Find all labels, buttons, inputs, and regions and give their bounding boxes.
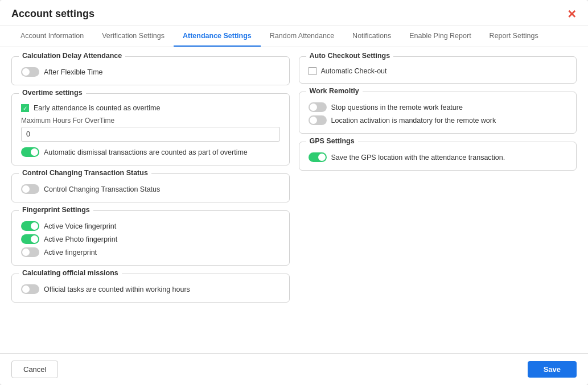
gps-section: GPS Settings Save the GPS location with … [299, 142, 577, 171]
left-column: Calculation Delay Attendance After Flexi… [11, 56, 290, 311]
auto-checkout-label: Automatic Check-out [321, 67, 387, 75]
toggle-knob [318, 154, 326, 161]
auto-dismissal-toggle[interactable] [21, 147, 39, 157]
max-hours-label: Maximum Hours For OverTime [21, 117, 280, 125]
location-activation-label: Location activation is mandatory for the… [331, 117, 496, 125]
tab-account-information[interactable]: Account Information [11, 26, 93, 47]
gps-toggle[interactable] [309, 152, 327, 162]
official-missions-section: Calculating official missions Official t… [11, 274, 290, 303]
toggle-knob [310, 117, 317, 124]
tab-attendance-settings[interactable]: Attendance Settings [174, 26, 261, 47]
official-tasks-label: Official tasks are counted within workin… [44, 285, 190, 293]
work-remotely-title: Work Remoltly [306, 87, 363, 95]
toggle-knob [22, 185, 30, 193]
toggle-knob [31, 235, 38, 243]
official-tasks-toggle[interactable] [21, 284, 39, 294]
toggle-knob [22, 249, 30, 256]
active-fingerprint-row: Active fingerprint [21, 247, 280, 257]
control-changing-toggle[interactable] [21, 184, 39, 194]
max-hours-input[interactable] [21, 127, 280, 142]
toggle-knob [310, 104, 317, 111]
dialog-body: Calculation Delay Attendance After Flexi… [0, 47, 588, 353]
early-attendance-row: Early attendance is counted as overtime [21, 104, 280, 112]
work-remotely-section: Work Remoltly Stop questions in the remo… [299, 92, 577, 134]
after-flexible-toggle[interactable] [21, 67, 39, 77]
fingerprint-section: Fingerprint Settings Active Voice finger… [11, 210, 290, 266]
early-attendance-checkbox[interactable] [21, 104, 29, 112]
early-attendance-label: Early attendance is counted as overtime [34, 104, 160, 112]
photo-fingerprint-row: Active Photo fingerprint [21, 234, 280, 244]
tab-enable-ping-report[interactable]: Enable Ping Report [400, 26, 480, 47]
tabs-bar: Account Information Verification Setting… [0, 26, 588, 47]
control-changing-label: Control Changing Transaction Status [44, 185, 160, 193]
voice-fingerprint-toggle[interactable] [21, 221, 39, 231]
auto-dismissal-row: Automatic dismissal transactions are cou… [21, 147, 280, 157]
after-flexible-row: After Flexible Time [21, 67, 280, 77]
close-button[interactable]: ✕ [567, 9, 577, 26]
control-changing-row: Control Changing Transaction Status [21, 184, 280, 194]
auto-checkout-section: Auto Checkout Settings Automatic Check-o… [299, 56, 577, 84]
main-grid: Calculation Delay Attendance After Flexi… [11, 56, 577, 311]
dialog-title: Account settings [11, 8, 94, 26]
voice-fingerprint-label: Active Voice fingerprint [44, 222, 116, 230]
auto-checkout-row: Automatic Check-out [309, 67, 568, 75]
auto-dismissal-label: Automatic dismissal transactions are cou… [44, 148, 248, 156]
after-flexible-label: After Flexible Time [44, 68, 103, 76]
stop-questions-toggle[interactable] [309, 102, 327, 112]
overtime-section: Overtime settings Early attendance is co… [11, 93, 290, 165]
location-activation-row: Location activation is mandatory for the… [309, 115, 568, 125]
official-missions-title: Calculating official missions [19, 269, 122, 277]
stop-questions-label: Stop questions in the remote work featur… [331, 104, 463, 111]
dialog-footer: Cancel Save [0, 353, 588, 385]
photo-fingerprint-label: Active Photo fingerprint [44, 235, 117, 243]
calculation-delay-section: Calculation Delay Attendance After Flexi… [11, 56, 290, 85]
auto-checkout-title: Auto Checkout Settings [306, 52, 394, 60]
gps-label: Save the GPS location with the attendanc… [331, 154, 505, 162]
control-changing-section: Control Changing Transaction Status Cont… [11, 173, 290, 202]
tab-report-settings[interactable]: Report Settings [480, 26, 548, 47]
official-tasks-row: Official tasks are counted within workin… [21, 284, 280, 294]
auto-checkout-checkbox[interactable] [309, 67, 316, 75]
right-column: Auto Checkout Settings Automatic Check-o… [299, 56, 577, 311]
active-fingerprint-toggle[interactable] [21, 247, 39, 257]
stop-questions-row: Stop questions in the remote work featur… [309, 102, 568, 112]
cancel-button[interactable]: Cancel [11, 361, 58, 378]
gps-toggle-row: Save the GPS location with the attendanc… [309, 152, 568, 162]
calculation-delay-title: Calculation Delay Attendance [19, 52, 125, 60]
overtime-title: Overtime settings [19, 89, 86, 97]
toggle-knob [31, 222, 38, 230]
toggle-knob [22, 285, 30, 293]
gps-title: GPS Settings [306, 137, 358, 145]
location-activation-toggle[interactable] [309, 115, 327, 125]
tab-random-attendance[interactable]: Random Attendance [261, 26, 343, 47]
account-settings-dialog: Account settings ✕ Account Information V… [0, 0, 588, 385]
control-changing-title: Control Changing Transaction Status [19, 169, 151, 177]
voice-fingerprint-row: Active Voice fingerprint [21, 221, 280, 231]
tab-verification-settings[interactable]: Verification Settings [93, 26, 174, 47]
save-button[interactable]: Save [528, 361, 577, 378]
toggle-knob [31, 148, 38, 156]
dialog-header: Account settings ✕ [0, 0, 588, 26]
active-fingerprint-label: Active fingerprint [44, 249, 97, 256]
fingerprint-title: Fingerprint Settings [19, 206, 93, 214]
toggle-knob [22, 68, 30, 76]
tab-notifications[interactable]: Notifications [343, 26, 400, 47]
photo-fingerprint-toggle[interactable] [21, 234, 39, 244]
